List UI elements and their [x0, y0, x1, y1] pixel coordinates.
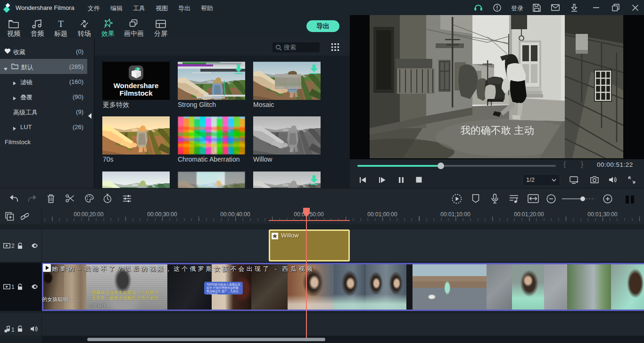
svg-text:我的确不敢 主动: 我的确不敢 主动 [461, 125, 534, 136]
svg-text:T: T [58, 19, 64, 28]
svg-text:2: 2 [11, 243, 15, 248]
svg-text:1: 1 [11, 327, 15, 333]
svg-text:1: 1 [11, 284, 15, 289]
